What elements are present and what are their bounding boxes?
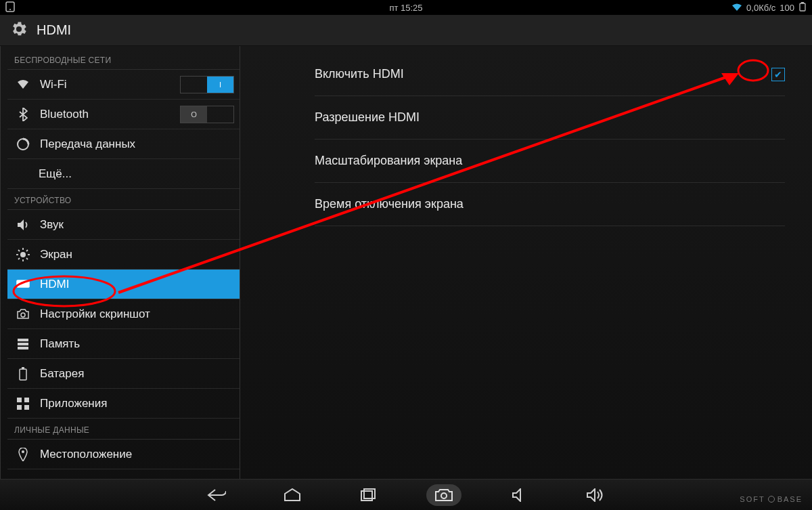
status-time: пт 15:25 (389, 3, 422, 13)
hdmi-settings-panel: Включить HDMI Разрешение HDMI Масштабиро… (240, 46, 812, 479)
watermark: SOFT BASE (740, 495, 803, 503)
wifi-toggle[interactable]: I (180, 76, 234, 93)
sidebar-item-hdmi[interactable]: HDMI (7, 270, 240, 299)
sidebar-item-sound[interactable]: Звук (7, 210, 240, 240)
nav-volume-down-button[interactable] (502, 484, 537, 506)
battery-icon (16, 367, 30, 381)
svg-rect-19 (18, 347, 28, 349)
svg-rect-21 (22, 367, 24, 369)
section-header-wireless: БЕСПРОВОДНЫЕ СЕТИ (7, 49, 240, 70)
camera-icon (16, 309, 30, 320)
sidebar-item-screenshot[interactable]: Настройки скриншот (7, 299, 240, 329)
wifi-icon (16, 79, 30, 90)
nav-volume-up-button[interactable] (578, 484, 613, 506)
sidebar-item-label: Память (40, 337, 234, 351)
sidebar-item-label: Батарея (40, 367, 234, 381)
page-title: HDMI (37, 22, 71, 38)
svg-rect-18 (18, 343, 28, 345)
sound-icon (16, 219, 30, 231)
sidebar-item-label: Местоположение (40, 448, 234, 461)
svg-rect-22 (17, 398, 22, 402)
svg-line-12 (26, 250, 28, 251)
sidebar-item-storage[interactable]: Память (7, 329, 240, 359)
location-icon (16, 448, 30, 461)
row-label: Время отключения экрана (315, 197, 785, 211)
battery-icon (798, 2, 807, 14)
nav-home-button[interactable] (275, 484, 310, 506)
svg-point-1 (9, 9, 11, 10)
svg-rect-23 (24, 398, 29, 402)
svg-rect-25 (24, 405, 29, 410)
row-enable-hdmi[interactable]: Включить HDMI (315, 53, 785, 96)
row-label: Включить HDMI (315, 67, 771, 81)
sidebar-item-label: Передача данных (40, 137, 234, 151)
settings-sidebar: БЕСПРОВОДНЫЕ СЕТИ Wi-Fi I Bluetooth O (0, 46, 240, 479)
storage-icon (16, 338, 30, 350)
data-usage-icon (16, 137, 30, 151)
sidebar-item-location[interactable]: Местоположение (7, 440, 240, 469)
svg-point-16 (21, 313, 25, 317)
section-header-personal: ЛИЧНЫЕ ДАННЫЕ (7, 419, 240, 440)
svg-rect-3 (801, 2, 804, 3)
status-bar: пт 15:25 0,0Кб/с 100 (0, 0, 812, 15)
wifi-icon (731, 3, 742, 12)
sidebar-item-label: Звук (40, 218, 234, 232)
enable-hdmi-checkbox[interactable] (771, 68, 785, 81)
sidebar-item-display[interactable]: Экран (7, 240, 240, 270)
section-header-device: УСТРОЙСТВО (7, 189, 240, 210)
status-battery: 100 (780, 3, 794, 13)
bluetooth-toggle[interactable]: O (180, 106, 234, 123)
svg-rect-17 (18, 339, 28, 341)
row-label: Масштабирования экрана (315, 154, 785, 168)
svg-point-29 (441, 493, 447, 498)
nav-back-button[interactable] (199, 484, 234, 506)
sidebar-item-label: Bluetooth (40, 108, 171, 121)
sidebar-item-label: Ещё... (16, 167, 234, 181)
sidebar-item-label: Настройки скриншот (40, 307, 234, 321)
hdmi-icon (16, 280, 30, 289)
row-label: Разрешение HDMI (315, 110, 785, 125)
sidebar-item-label: Экран (40, 248, 234, 261)
sidebar-item-apps[interactable]: Приложения (7, 389, 240, 419)
nav-recent-button[interactable] (351, 484, 386, 506)
svg-line-10 (18, 250, 20, 251)
sidebar-item-bluetooth[interactable]: Bluetooth O (7, 100, 240, 129)
row-screen-scaling[interactable]: Масштабирования экрана (315, 140, 785, 183)
svg-point-26 (22, 450, 24, 453)
tablet-icon (5, 1, 15, 14)
svg-line-13 (18, 258, 20, 259)
row-screen-timeout[interactable]: Время отключения экрана (315, 183, 785, 226)
sidebar-item-wifi[interactable]: Wi-Fi I (7, 70, 240, 100)
bluetooth-icon (16, 108, 30, 121)
svg-rect-2 (800, 3, 805, 11)
sidebar-item-data-usage[interactable]: Передача данных (7, 129, 240, 159)
row-hdmi-resolution[interactable]: Разрешение HDMI (315, 96, 785, 140)
app-bar: HDMI (0, 15, 812, 46)
sidebar-item-label: HDMI (40, 278, 234, 291)
sidebar-item-more[interactable]: Ещё... (7, 159, 240, 189)
brightness-icon (16, 248, 30, 261)
sidebar-item-battery[interactable]: Батарея (7, 359, 240, 389)
nav-screenshot-button[interactable] (426, 484, 461, 506)
svg-rect-20 (20, 369, 26, 380)
svg-rect-24 (17, 405, 22, 410)
apps-icon (16, 398, 30, 410)
svg-point-5 (20, 252, 26, 257)
sidebar-item-label: Wi-Fi (40, 78, 171, 91)
settings-icon (9, 20, 28, 41)
svg-line-11 (26, 258, 28, 259)
navigation-bar: SOFT BASE (0, 479, 812, 510)
status-net-speed: 0,0Кб/с (746, 3, 775, 13)
svg-rect-15 (18, 282, 28, 286)
watermark-knob-icon (768, 496, 775, 503)
sidebar-item-label: Приложения (40, 397, 234, 410)
